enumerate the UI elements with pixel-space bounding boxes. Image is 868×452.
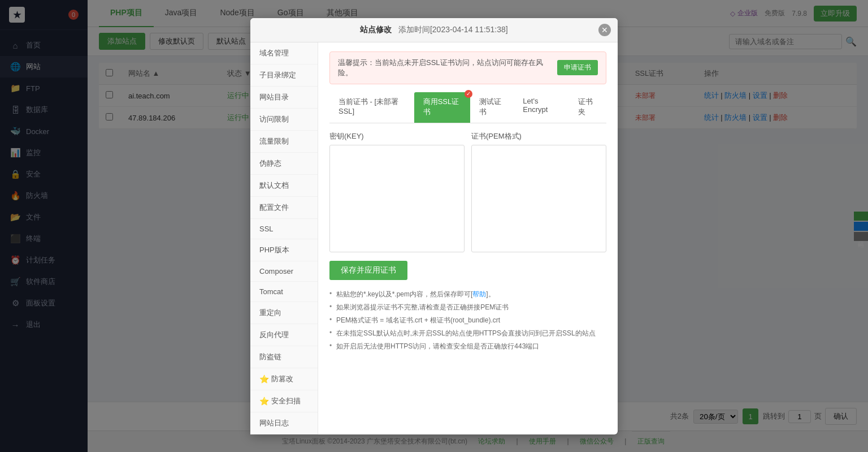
help-item-1: 如果浏览器提示证书不完整,请检查是否正确拼接PEM证书 xyxy=(329,301,606,314)
cert-tab-current[interactable]: 当前证书 - [未部署SSL] xyxy=(329,92,414,123)
modal-sidebar-tomcat[interactable]: Tomcat xyxy=(250,282,318,302)
modal-close-button[interactable]: ✕ xyxy=(598,24,611,36)
tamper-icon: ⭐ xyxy=(259,374,269,384)
modal-header: 站点修改 添加时间[2023-04-14 11:51:38] ✕ xyxy=(250,18,618,42)
site-edit-modal: 站点修改 添加时间[2023-04-14 11:51:38] ✕ 域名管理 子目… xyxy=(250,18,618,434)
cert-tab-archive[interactable]: 证书夹 xyxy=(569,92,606,123)
cert-tabs: 当前证书 - [未部署SSL] 商用SSL证书 测试证书 Let's Encry… xyxy=(329,92,606,123)
modal-body: 域名管理 子目录绑定 网站目录 访问限制 流量限制 伪静态 默认文档 配置文件 … xyxy=(250,42,618,434)
modal-sidebar-redirect[interactable]: 重定向 xyxy=(250,302,318,324)
key-label: 密钥(KEY) xyxy=(329,131,465,141)
ssl-warning-box: 温馨提示：当前站点未开启SSL证书访问，站点访问可能存在风险。 申请证书 xyxy=(329,51,606,84)
modal-sidebar-traffic[interactable]: 流量限制 xyxy=(250,131,318,153)
modal-content: 温馨提示：当前站点未开启SSL证书访问，站点访问可能存在风险。 申请证书 当前证… xyxy=(318,42,618,434)
cert-label: 证书(PEM格式) xyxy=(471,131,606,141)
modal-sidebar-scan[interactable]: ⭐ 安全扫描 xyxy=(250,390,318,412)
modal-sidebar-composer[interactable]: Composer xyxy=(250,261,318,282)
modal-sidebar-proxy[interactable]: 反向代理 xyxy=(250,324,318,346)
cert-col: 证书(PEM格式) xyxy=(471,131,606,254)
help-list: 粘贴您的*.key以及*.pem内容，然后保存即可[帮助]。 如果浏览器提示证书… xyxy=(329,288,606,353)
modal-sidebar-webroot[interactable]: 网站目录 xyxy=(250,87,318,109)
apply-cert-button[interactable]: 申请证书 xyxy=(557,60,598,75)
help-item-0: 粘贴您的*.key以及*.pem内容，然后保存即可[帮助]。 xyxy=(329,288,606,301)
key-textarea[interactable] xyxy=(329,145,465,252)
help-item-3: 在未指定SSL默认站点时,未开启SSL的站点使用HTTPS会直接访问到已开启SS… xyxy=(329,327,606,340)
modal-overlay: 站点修改 添加时间[2023-04-14 11:51:38] ✕ 域名管理 子目… xyxy=(0,0,868,452)
help-item-4: 如开启后无法使用HTTPS访问，请检查安全组是否正确放行443端口 xyxy=(329,340,606,353)
modal-sidebar-php[interactable]: PHP版本 xyxy=(250,239,318,261)
modal-sidebar-ssl[interactable]: SSL xyxy=(250,219,318,239)
modal-sidebar-config[interactable]: 配置文件 xyxy=(250,197,318,219)
cert-tab-commercial[interactable]: 商用SSL证书 xyxy=(414,92,470,123)
modal-title: 站点修改 添加时间[2023-04-14 11:51:38] xyxy=(262,25,606,35)
scan-icon: ⭐ xyxy=(259,397,269,406)
modal-sidebar-log[interactable]: 网站日志 xyxy=(250,412,318,434)
modal-sidebar-subdir[interactable]: 子目录绑定 xyxy=(250,64,318,87)
modal-sidebar: 域名管理 子目录绑定 网站目录 访问限制 流量限制 伪静态 默认文档 配置文件 … xyxy=(250,42,318,434)
cert-form: 密钥(KEY) 证书(PEM格式) xyxy=(329,131,606,254)
modal-sidebar-domain[interactable]: 域名管理 xyxy=(250,42,318,64)
save-cert-button[interactable]: 保存并应用证书 xyxy=(329,261,407,280)
modal-sidebar-tamper[interactable]: ⭐ 防篡改 xyxy=(250,368,318,390)
key-col: 密钥(KEY) xyxy=(329,131,465,254)
warning-text: 温馨提示：当前站点未开启SSL证书访问，站点访问可能存在风险。 xyxy=(338,58,557,78)
modal-sidebar-default-doc[interactable]: 默认文档 xyxy=(250,175,318,197)
cert-tab-test[interactable]: 测试证书 xyxy=(470,92,514,123)
modal-sidebar-access[interactable]: 访问限制 xyxy=(250,109,318,131)
cert-textarea[interactable] xyxy=(471,145,606,252)
help-link[interactable]: 帮助 xyxy=(472,290,486,298)
modal-sidebar-rewrite[interactable]: 伪静态 xyxy=(250,153,318,175)
help-item-2: PEM格式证书 = 域名证书.crt + 根证书(root_bundle).cr… xyxy=(329,314,606,327)
modal-sidebar-hotlink[interactable]: 防盗链 xyxy=(250,346,318,368)
cert-tab-letsencrypt[interactable]: Let's Encrypt xyxy=(514,92,568,123)
